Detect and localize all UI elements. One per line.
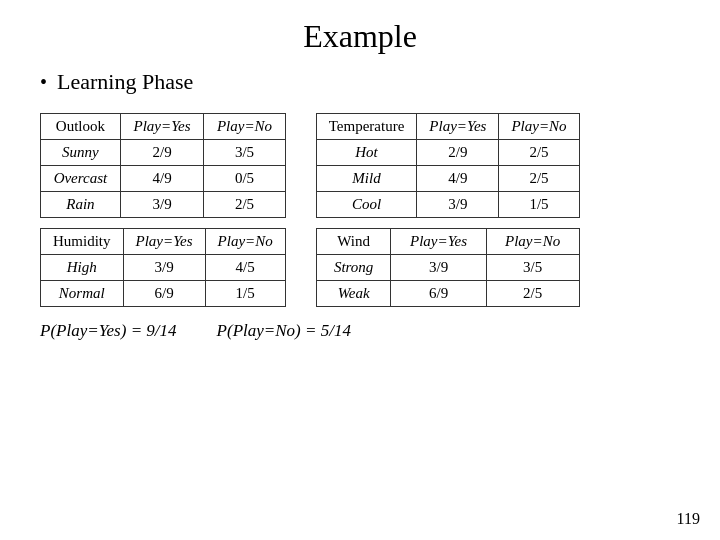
left-tables: Outlook Play=Yes Play=No Sunny 2/9 3/5 O…: [40, 113, 286, 307]
wind-strong-yes: 3/9: [391, 255, 486, 281]
temp-mild-yes: 4/9: [417, 166, 499, 192]
temp-cool-no: 1/5: [499, 192, 579, 218]
formula-yes: P(Play=Yes) = 9/14: [40, 321, 177, 341]
outlook-overcast-yes: 4/9: [120, 166, 203, 192]
table-row: Cool 3/9 1/5: [316, 192, 579, 218]
table-row: Weak 6/9 2/5: [316, 281, 579, 307]
bullet-point: •: [40, 71, 47, 94]
table-row: Rain 3/9 2/5: [41, 192, 286, 218]
wind-col-header: Wind: [316, 229, 391, 255]
humidity-playno-header: Play=No: [205, 229, 285, 255]
wind-table: Wind Play=Yes Play=No Strong 3/9 3/5 Wea…: [316, 228, 580, 307]
table-row: Mild 4/9 2/5: [316, 166, 579, 192]
right-tables: Temperature Play=Yes Play=No Hot 2/9 2/5…: [316, 113, 580, 307]
humidity-high-no: 4/5: [205, 255, 285, 281]
temp-col-header: Temperature: [316, 114, 417, 140]
outlook-rain-no: 2/5: [204, 192, 285, 218]
top-tables-row: Outlook Play=Yes Play=No Sunny 2/9 3/5 O…: [40, 113, 690, 307]
wind-weak-yes: 6/9: [391, 281, 486, 307]
temp-hot-no: 2/5: [499, 140, 579, 166]
outlook-sunny: Sunny: [41, 140, 121, 166]
temp-playno-header: Play=No: [499, 114, 579, 140]
humidity-table: Humidity Play=Yes Play=No High 3/9 4/5 N…: [40, 228, 286, 307]
table-row: Strong 3/9 3/5: [316, 255, 579, 281]
formula-no: P(Play=No) = 5/14: [217, 321, 351, 341]
formula-row: P(Play=Yes) = 9/14 P(Play=No) = 5/14: [0, 321, 720, 341]
table-row: Sunny 2/9 3/5: [41, 140, 286, 166]
section-label: Learning Phase: [57, 69, 193, 95]
humidity-high: High: [41, 255, 124, 281]
table-row: Hot 2/9 2/5: [316, 140, 579, 166]
wind-playyes-header: Play=Yes: [391, 229, 486, 255]
table-row: High 3/9 4/5: [41, 255, 286, 281]
outlook-sunny-yes: 2/9: [120, 140, 203, 166]
wind-weak-no: 2/5: [486, 281, 579, 307]
temp-mild: Mild: [316, 166, 417, 192]
outlook-playyes-header: Play=Yes: [120, 114, 203, 140]
humidity-playyes-header: Play=Yes: [123, 229, 205, 255]
temperature-table: Temperature Play=Yes Play=No Hot 2/9 2/5…: [316, 113, 580, 218]
outlook-playno-header: Play=No: [204, 114, 285, 140]
humidity-high-yes: 3/9: [123, 255, 205, 281]
outlook-table: Outlook Play=Yes Play=No Sunny 2/9 3/5 O…: [40, 113, 286, 218]
outlook-col-header: Outlook: [41, 114, 121, 140]
table-row: Overcast 4/9 0/5: [41, 166, 286, 192]
outlook-overcast: Overcast: [41, 166, 121, 192]
outlook-overcast-no: 0/5: [204, 166, 285, 192]
page-number: 119: [677, 510, 700, 528]
humidity-normal-no: 1/5: [205, 281, 285, 307]
wind-weak: Weak: [316, 281, 391, 307]
outlook-sunny-no: 3/5: [204, 140, 285, 166]
temp-hot-yes: 2/9: [417, 140, 499, 166]
table-row: Normal 6/9 1/5: [41, 281, 286, 307]
humidity-col-header: Humidity: [41, 229, 124, 255]
temp-cool: Cool: [316, 192, 417, 218]
outlook-rain-yes: 3/9: [120, 192, 203, 218]
temp-mild-no: 2/5: [499, 166, 579, 192]
temp-playyes-header: Play=Yes: [417, 114, 499, 140]
outlook-rain: Rain: [41, 192, 121, 218]
temp-hot: Hot: [316, 140, 417, 166]
wind-playno-header: Play=No: [486, 229, 579, 255]
humidity-normal-yes: 6/9: [123, 281, 205, 307]
temp-cool-yes: 3/9: [417, 192, 499, 218]
humidity-normal: Normal: [41, 281, 124, 307]
page-title: Example: [0, 0, 720, 69]
wind-strong-no: 3/5: [486, 255, 579, 281]
wind-strong: Strong: [316, 255, 391, 281]
